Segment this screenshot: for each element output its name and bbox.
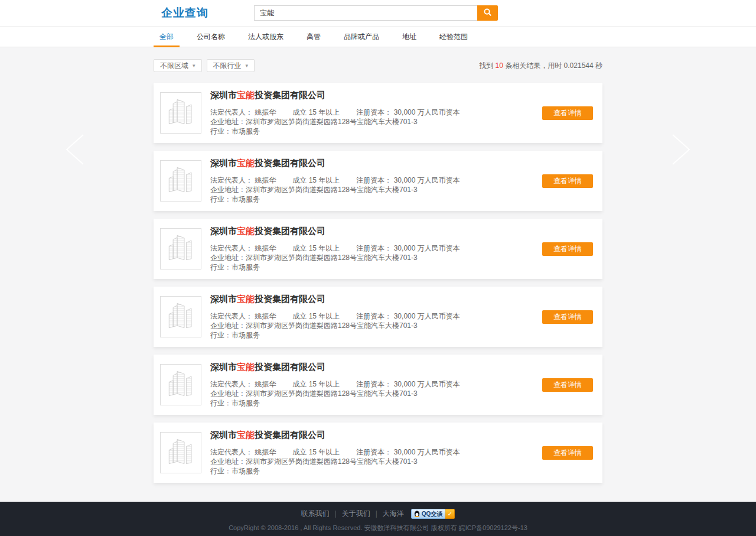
company-name-link[interactable]: 深圳市宝能投资集团有限公司	[210, 294, 460, 305]
footer-link-2[interactable]: 大海洋	[383, 509, 404, 518]
keyword-highlight: 宝能	[237, 430, 255, 440]
copyright-text: CopyRight © 2008-2016 , All Rights Reser…	[0, 524, 756, 532]
company-industry: 行业：市场服务	[210, 466, 460, 476]
company-meta-line1: 法定代表人： 姚振华成立 15 年以上注册资本： 30,000 万人民币资本	[210, 243, 460, 253]
company-info: 深圳市宝能投资集团有限公司 法定代表人： 姚振华成立 15 年以上注册资本： 3…	[210, 90, 460, 136]
company-info: 深圳市宝能投资集团有限公司 法定代表人： 姚振华成立 15 年以上注册资本： 3…	[210, 294, 460, 340]
company-card: 深圳市宝能投资集团有限公司 法定代表人： 姚振华成立 15 年以上注册资本： 3…	[154, 151, 602, 211]
building-icon	[165, 98, 196, 128]
result-stats: 找到 10 条相关结果，用时 0.021544 秒	[479, 61, 602, 71]
company-card: 深圳市宝能投资集团有限公司 法定代表人： 姚振华成立 15 年以上注册资本： 3…	[154, 355, 602, 415]
carousel-arrow-right-icon[interactable]	[662, 133, 695, 168]
company-name-link[interactable]: 深圳市宝能投资集团有限公司	[210, 362, 460, 373]
qq-check-icon: ✓	[445, 509, 455, 519]
company-industry: 行业：市场服务	[210, 194, 460, 204]
filter-row: 不限区域▾ 不限行业▾ 找到 10 条相关结果，用时 0.021544 秒	[154, 59, 602, 72]
search-input[interactable]	[254, 5, 477, 21]
keyword-highlight: 宝能	[237, 90, 255, 100]
tabs: 全部公司名称法人或股东高管品牌或产品地址经验范围	[154, 27, 602, 47]
search-icon	[483, 8, 492, 18]
company-meta-line1: 法定代表人： 姚振华成立 15 年以上注册资本： 30,000 万人民币资本	[210, 447, 460, 457]
content-area: 不限区域▾ 不限行业▾ 找到 10 条相关结果，用时 0.021544 秒	[0, 47, 756, 502]
company-name-link[interactable]: 深圳市宝能投资集团有限公司	[210, 158, 460, 169]
company-meta-line1: 法定代表人： 姚振华成立 15 年以上注册资本： 30,000 万人民币资本	[210, 108, 460, 117]
qq-chat-badge[interactable]: QQ交谈 ✓	[411, 509, 455, 519]
company-logo-placeholder	[160, 228, 201, 269]
chevron-down-icon: ▾	[193, 63, 195, 69]
footer-separator: |	[335, 509, 337, 518]
company-name-link[interactable]: 深圳市宝能投资集团有限公司	[210, 90, 460, 101]
industry-filter-dropdown[interactable]: 不限行业▾	[207, 59, 255, 72]
company-meta-line1: 法定代表人： 姚振华成立 15 年以上注册资本： 30,000 万人民币资本	[210, 311, 460, 321]
chevron-down-icon: ▾	[246, 63, 249, 69]
view-detail-button[interactable]: 查看详情	[542, 310, 593, 324]
building-icon	[165, 165, 196, 196]
company-info: 深圳市宝能投资集团有限公司 法定代表人： 姚振华成立 15 年以上注册资本： 3…	[210, 430, 460, 476]
tab-4[interactable]: 品牌或产品	[338, 27, 385, 47]
results-list: 深圳市宝能投资集团有限公司 法定代表人： 姚振华成立 15 年以上注册资本： 3…	[154, 83, 602, 483]
company-industry: 行业：市场服务	[210, 126, 460, 136]
view-detail-button[interactable]: 查看详情	[542, 446, 593, 460]
company-address: 企业地址：深圳市罗湖区笋岗街道梨园路128号宝能汽车大楼701-3	[210, 117, 460, 126]
company-card: 深圳市宝能投资集团有限公司 法定代表人： 姚振华成立 15 年以上注册资本： 3…	[154, 219, 602, 279]
company-logo-placeholder	[160, 296, 201, 337]
building-icon	[165, 369, 196, 400]
company-meta-line1: 法定代表人： 姚振华成立 15 年以上注册资本： 30,000 万人民币资本	[210, 379, 460, 389]
company-info: 深圳市宝能投资集团有限公司 法定代表人： 姚振华成立 15 年以上注册资本： 3…	[210, 158, 460, 204]
company-industry: 行业：市场服务	[210, 398, 460, 408]
search-button[interactable]	[477, 5, 498, 21]
footer: 联系我们|关于我们|大海洋 QQ交谈 ✓ CopyRight © 2008-20…	[0, 502, 756, 536]
company-name-link[interactable]: 深圳市宝能投资集团有限公司	[210, 430, 460, 441]
company-logo-placeholder	[160, 92, 201, 134]
company-info: 深圳市宝能投资集团有限公司 法定代表人： 姚振华成立 15 年以上注册资本： 3…	[210, 226, 460, 272]
view-detail-button[interactable]: 查看详情	[542, 106, 593, 120]
company-logo-placeholder	[160, 432, 201, 473]
search-bar	[254, 5, 498, 21]
header: 企业查询	[0, 0, 756, 27]
carousel-arrow-left-icon[interactable]	[61, 133, 94, 168]
company-address: 企业地址：深圳市罗湖区笋岗街道梨园路128号宝能汽车大楼701-3	[210, 185, 460, 194]
tab-3[interactable]: 高管	[301, 27, 327, 47]
keyword-highlight: 宝能	[237, 294, 255, 304]
view-detail-button[interactable]: 查看详情	[542, 174, 593, 188]
company-industry: 行业：市场服务	[210, 330, 460, 340]
tab-1[interactable]: 公司名称	[191, 27, 231, 47]
company-logo-placeholder	[160, 364, 201, 405]
view-detail-button[interactable]: 查看详情	[542, 378, 593, 392]
company-address: 企业地址：深圳市罗湖区笋岗街道梨园路128号宝能汽车大楼701-3	[210, 457, 460, 466]
company-name-link[interactable]: 深圳市宝能投资集团有限公司	[210, 226, 460, 237]
view-detail-button[interactable]: 查看详情	[542, 242, 593, 256]
qq-penguin-icon	[414, 510, 420, 518]
company-meta-line1: 法定代表人： 姚振华成立 15 年以上注册资本： 30,000 万人民币资本	[210, 176, 460, 185]
tab-0[interactable]: 全部	[154, 27, 180, 47]
building-icon	[165, 233, 196, 264]
company-address: 企业地址：深圳市罗湖区笋岗街道梨园路128号宝能汽车大楼701-3	[210, 253, 460, 262]
result-count: 10	[496, 61, 503, 70]
company-card: 深圳市宝能投资集团有限公司 法定代表人： 姚振华成立 15 年以上注册资本： 3…	[154, 287, 602, 347]
tab-5[interactable]: 地址	[396, 27, 422, 47]
keyword-highlight: 宝能	[237, 158, 255, 168]
footer-links: 联系我们|关于我们|大海洋 QQ交谈 ✓	[0, 509, 756, 519]
footer-separator: |	[376, 509, 377, 518]
region-filter-dropdown[interactable]: 不限区域▾	[154, 59, 202, 72]
keyword-highlight: 宝能	[237, 226, 255, 236]
company-card: 深圳市宝能投资集团有限公司 法定代表人： 姚振华成立 15 年以上注册资本： 3…	[154, 423, 602, 483]
company-info: 深圳市宝能投资集团有限公司 法定代表人： 姚振华成立 15 年以上注册资本： 3…	[210, 362, 460, 408]
building-icon	[165, 301, 196, 332]
company-industry: 行业：市场服务	[210, 262, 460, 272]
company-card: 深圳市宝能投资集团有限公司 法定代表人： 姚振华成立 15 年以上注册资本： 3…	[154, 83, 602, 143]
tab-6[interactable]: 经验范围	[434, 27, 474, 47]
site-logo: 企业查询	[161, 0, 208, 26]
company-logo-placeholder	[160, 160, 201, 202]
company-address: 企业地址：深圳市罗湖区笋岗街道梨园路128号宝能汽车大楼701-3	[210, 321, 460, 330]
keyword-highlight: 宝能	[237, 362, 255, 372]
tab-2[interactable]: 法人或股东	[242, 27, 289, 47]
building-icon	[165, 437, 196, 468]
footer-link-1[interactable]: 关于我们	[342, 509, 370, 518]
search-type-tabbar: 全部公司名称法人或股东高管品牌或产品地址经验范围	[0, 27, 756, 47]
footer-link-0[interactable]: 联系我们	[301, 509, 330, 518]
company-address: 企业地址：深圳市罗湖区笋岗街道梨园路128号宝能汽车大楼701-3	[210, 389, 460, 398]
